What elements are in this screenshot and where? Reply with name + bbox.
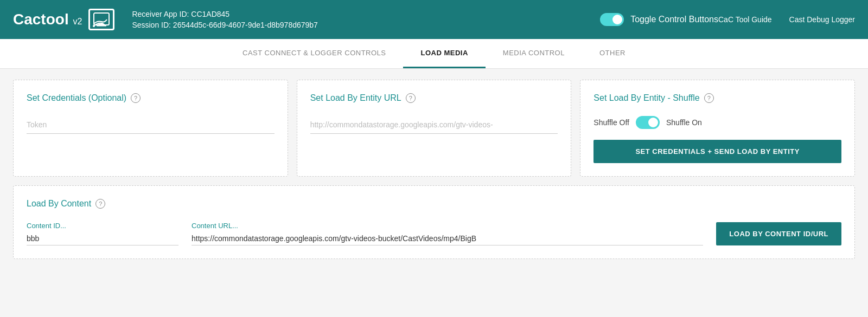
shuffle-on-label: Shuffle On	[666, 118, 702, 127]
token-input[interactable]	[27, 116, 275, 134]
toggle-control-label: Toggle Control Buttons	[630, 15, 718, 24]
tabs-bar: CAST CONNECT & LOGGER CONTROLS LOAD MEDI…	[0, 39, 868, 69]
content-fields-row: Content ID... bbb Content URL... https:/…	[27, 222, 841, 245]
load-content-card-title: Load By Content ?	[27, 199, 841, 209]
load-content-help-icon[interactable]: ?	[95, 199, 105, 209]
shuffle-card-title: Set Load By Entity - Shuffle ?	[593, 93, 841, 103]
tab-media-control[interactable]: MEDIA CONTROL	[486, 39, 582, 68]
svg-rect-3	[97, 25, 106, 27]
content-url-value[interactable]: https://commondatastorage.googleapis.com…	[192, 232, 703, 245]
header-nav: CaC Tool Guide Cast Debug Logger	[718, 15, 855, 24]
logo-text: Cactool v2	[13, 11, 82, 28]
logo-section: Cactool v2	[13, 9, 114, 30]
toggle-control-buttons[interactable]	[600, 13, 624, 26]
entity-url-card: Set Load By Entity URL ?	[297, 80, 572, 177]
shuffle-card: Set Load By Entity - Shuffle ? Shuffle O…	[580, 80, 855, 177]
content-url-label: Content URL...	[192, 222, 703, 230]
load-content-card: Load By Content ? Content ID... bbb Cont…	[13, 185, 855, 259]
content-url-group: Content URL... https://commondatastorage…	[192, 222, 703, 245]
content-id-label: Content ID...	[27, 222, 178, 230]
entity-url-input[interactable]	[310, 116, 558, 134]
credentials-card-title: Set Credentials (Optional) ?	[27, 93, 275, 103]
shuffle-toggle[interactable]	[636, 116, 660, 129]
cast-icon	[88, 9, 114, 30]
main-content: Set Credentials (Optional) ? Set Load By…	[0, 69, 868, 270]
credentials-card: Set Credentials (Optional) ?	[13, 80, 288, 177]
cac-tool-guide-link[interactable]: CaC Tool Guide	[718, 15, 772, 24]
tab-other[interactable]: OTHER	[582, 39, 643, 68]
credentials-help-icon[interactable]: ?	[131, 93, 141, 103]
header-info: Receiver App ID: CC1AD845 Session ID: 26…	[132, 10, 600, 29]
svg-point-1	[93, 25, 95, 27]
receiver-id-line: Receiver App ID: CC1AD845	[132, 10, 600, 18]
load-content-button[interactable]: LOAD BY CONTENT ID/URL	[716, 222, 841, 245]
top-cards-row: Set Credentials (Optional) ? Set Load By…	[13, 80, 855, 177]
logo-version: v2	[73, 17, 82, 26]
session-id-line: Session ID: 26544d5c-66d9-4607-9de1-d8b9…	[132, 21, 600, 29]
shuffle-off-label: Shuffle Off	[593, 118, 629, 127]
entity-url-card-title: Set Load By Entity URL ?	[310, 93, 558, 103]
cast-debug-logger-link[interactable]: Cast Debug Logger	[789, 15, 855, 24]
content-id-group: Content ID... bbb	[27, 222, 178, 245]
set-credentials-send-load-entity-button[interactable]: SET CREDENTIALS + SEND LOAD BY ENTITY	[593, 140, 841, 163]
shuffle-help-icon[interactable]: ?	[704, 93, 714, 103]
shuffle-toggle-row: Shuffle Off Shuffle On	[593, 116, 841, 129]
svg-rect-2	[98, 24, 105, 25]
tab-load-media[interactable]: LOAD MEDIA	[403, 39, 485, 68]
app-header: Cactool v2 Receiver App ID: CC1AD845 Ses…	[0, 0, 868, 39]
entity-url-help-icon[interactable]: ?	[406, 93, 416, 103]
content-id-value[interactable]: bbb	[27, 232, 178, 245]
tab-cast-connect[interactable]: CAST CONNECT & LOGGER CONTROLS	[225, 39, 403, 68]
toggle-control-section: Toggle Control Buttons	[600, 13, 718, 26]
